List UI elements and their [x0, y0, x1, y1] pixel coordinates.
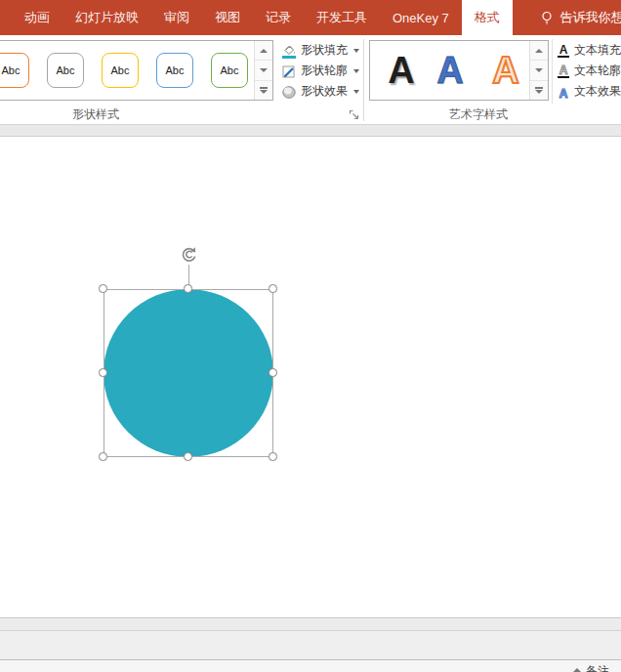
- text-outline-button[interactable]: A 文本轮廓: [557, 62, 621, 80]
- shape-style-preset[interactable]: Abc: [211, 53, 248, 88]
- resize-handle-left[interactable]: [99, 368, 107, 377]
- notes-pane[interactable]: [0, 631, 621, 660]
- wordart-preset[interactable]: A: [429, 41, 472, 100]
- tab-onekey[interactable]: OneKey 7: [380, 0, 462, 35]
- text-effects-label: 文本效果: [574, 83, 621, 100]
- text-outline-icon: A: [557, 63, 570, 78]
- resize-handle-bottom[interactable]: [184, 452, 192, 461]
- shape-styles-dialog-launcher[interactable]: [349, 107, 360, 119]
- resize-handle-bottom-right[interactable]: [269, 452, 277, 461]
- pencil-outline-icon: [281, 63, 297, 79]
- text-effects-button[interactable]: A 文本效果: [557, 82, 621, 101]
- resize-handle-top-right[interactable]: [269, 284, 277, 293]
- shape-style-preset[interactable]: Abc: [102, 53, 139, 88]
- wordart-styles-group-label: 艺术字样式: [410, 106, 547, 123]
- tab-animation[interactable]: 动画: [12, 0, 62, 35]
- shape-fill-button[interactable]: 形状填充: [281, 41, 359, 60]
- slide-canvas[interactable]: [0, 137, 621, 617]
- tab-developer[interactable]: 开发工具: [304, 0, 380, 35]
- gallery-scrollbar: [254, 41, 272, 100]
- ribbon-bottom-strip: [0, 124, 621, 137]
- more-styles-icon: [535, 87, 543, 89]
- arrow-up-icon: [260, 49, 268, 53]
- dropdown-arrow-icon: [353, 90, 359, 94]
- text-outline-label: 文本轮廓: [574, 63, 621, 79]
- notes-label: 备注: [586, 663, 609, 672]
- arrow-up-icon: [535, 49, 543, 53]
- gallery-scroll-down-button[interactable]: [530, 61, 548, 80]
- gallery-scrollbar: [529, 41, 548, 100]
- gallery-scroll-up-button[interactable]: [530, 41, 548, 61]
- shape-outline-button[interactable]: 形状轮廓: [281, 62, 359, 80]
- letter-a-glyph: A: [559, 45, 568, 55]
- dialog-launcher-icon: [349, 109, 360, 121]
- shape-effects-label: 形状效果: [301, 83, 348, 100]
- tab-record[interactable]: 记录: [253, 0, 304, 35]
- ribbon-format-tab-content: Abc Abc Abc Abc Abc 形状填充: [0, 35, 621, 124]
- arrow-down-icon: [260, 68, 268, 72]
- shape-outline-label: 形状轮廓: [301, 63, 348, 79]
- notes-toggle-button[interactable]: 备注: [572, 663, 609, 672]
- resize-handle-bottom-left[interactable]: [99, 452, 107, 461]
- inner-separator: [552, 39, 553, 104]
- shape-fill-label: 形状填充: [301, 42, 348, 59]
- tab-view[interactable]: 视图: [202, 0, 253, 35]
- shape-styles-group-label: 形状样式: [27, 106, 164, 123]
- text-fill-icon: A: [557, 43, 570, 58]
- dropdown-arrow-icon: [353, 49, 359, 53]
- fill-color-swatch: [558, 56, 569, 59]
- resize-handle-top-left[interactable]: [99, 284, 107, 293]
- letter-a-glyph: A: [559, 89, 568, 99]
- fill-color-swatch: [282, 56, 296, 59]
- ribbon-tab-bar: 动画 幻灯片放映 审阅 视图 记录 开发工具 OneKey 7 格式 告诉我你想…: [0, 0, 621, 35]
- shape-effects-icon: [281, 84, 297, 100]
- outline-color-swatch: [558, 76, 569, 79]
- text-fill-label: 文本填充: [574, 42, 621, 59]
- selection-bounding-box: [104, 289, 273, 457]
- gallery-scroll-up-button[interactable]: [255, 41, 272, 61]
- rotate-handle[interactable]: [179, 244, 199, 265]
- notes-collapse-icon: [572, 668, 581, 672]
- arrow-down-icon: [260, 90, 268, 94]
- tell-me-label: 告诉我你想要: [560, 9, 621, 26]
- wordart-styles-gallery: A A A: [369, 40, 549, 101]
- rotate-icon: [179, 244, 199, 265]
- tab-slideshow[interactable]: 幻灯片放映: [62, 0, 151, 35]
- shape-style-preset[interactable]: Abc: [0, 53, 29, 88]
- dropdown-arrow-icon: [353, 69, 359, 73]
- shape-effects-button[interactable]: 形状效果: [281, 82, 359, 101]
- arrow-down-icon: [535, 90, 543, 94]
- rotation-handle-stem: [188, 265, 189, 285]
- resize-handle-top[interactable]: [184, 284, 192, 293]
- gallery-scroll-down-button[interactable]: [255, 61, 272, 80]
- text-effects-icon: A: [557, 84, 570, 99]
- resize-handle-right[interactable]: [269, 368, 277, 377]
- tab-review[interactable]: 审阅: [151, 0, 202, 35]
- group-separator: [363, 39, 364, 121]
- shape-styles-gallery: Abc Abc Abc Abc Abc: [0, 40, 273, 101]
- shape-style-preset[interactable]: Abc: [47, 53, 84, 88]
- tab-format-active[interactable]: 格式: [462, 0, 513, 35]
- status-bar: 备注: [0, 660, 621, 672]
- arrow-up-icon: [573, 668, 581, 672]
- text-fill-button[interactable]: A 文本填充: [557, 41, 621, 60]
- paint-bucket-icon: [281, 43, 297, 59]
- wordart-preset[interactable]: A: [380, 41, 423, 100]
- letter-a-glyph: A: [559, 65, 568, 75]
- arrow-down-icon: [535, 68, 543, 72]
- tell-me-box[interactable]: 告诉我你想要: [530, 0, 621, 35]
- notes-pane-splitter[interactable]: [0, 617, 621, 631]
- gallery-more-button[interactable]: [530, 81, 548, 100]
- wordart-preset[interactable]: A: [484, 41, 527, 100]
- lightbulb-icon: [540, 11, 554, 24]
- shape-style-preset[interactable]: Abc: [156, 53, 193, 88]
- gallery-more-button[interactable]: [255, 81, 272, 100]
- more-styles-icon: [260, 87, 268, 89]
